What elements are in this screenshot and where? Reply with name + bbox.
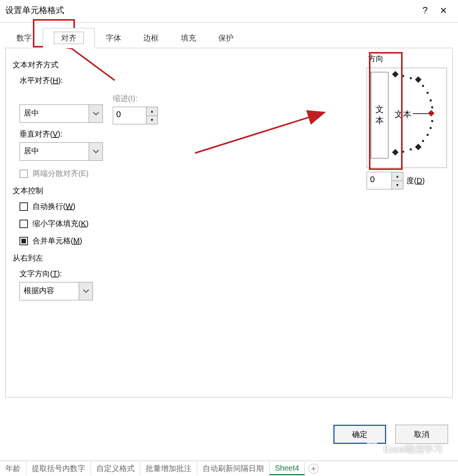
shrink-to-fit-checkbox[interactable] — [19, 220, 28, 228]
spinner-down-icon[interactable]: ▼ — [146, 116, 158, 124]
spinner-down-icon[interactable]: ▼ — [392, 181, 403, 189]
degrees-spinner[interactable]: 0 ▲ ▼ — [367, 172, 403, 189]
text-direction-combo[interactable]: 根据内容 — [19, 282, 93, 300]
vertical-text-char1: 文 — [375, 104, 384, 115]
tab-protection[interactable]: 保护 — [207, 28, 245, 48]
sheet-tab[interactable]: 提取括号内数字 — [26, 462, 91, 475]
orientation-group: 方向 文 本 文本 — [367, 51, 447, 189]
degrees-label: 度(D) — [406, 176, 425, 186]
text-direction-label: 文字方向(T): — [19, 269, 445, 279]
degrees-value: 0 — [367, 172, 391, 189]
vertical-value: 居中 — [20, 143, 89, 160]
tabs: 数字 对齐 字体 边框 填充 保护 — [5, 28, 458, 48]
indent-value: 0 — [113, 107, 146, 124]
tab-border[interactable]: 边框 — [132, 28, 170, 48]
titlebar: 设置单元格格式 ? × — [0, 0, 458, 23]
dialog-buttons: 确定 取消 — [333, 425, 448, 444]
spinner-up-icon[interactable]: ▲ — [146, 107, 158, 116]
vertical-combo[interactable]: 居中 — [19, 142, 103, 161]
horizontal-value: 居中 — [20, 105, 89, 122]
sheet-tab[interactable]: 自动刷新间隔日期 — [197, 462, 270, 475]
indent-label: 缩进(I): — [113, 93, 158, 104]
close-button[interactable]: × — [434, 4, 453, 17]
content-panel: 文本对齐方式 水平对齐(H): 居中 缩进(I): 0 ▲ ▼ — [5, 48, 453, 398]
ok-button[interactable]: 确定 — [333, 425, 386, 444]
orientation-title: 方向 — [368, 54, 447, 64]
add-sheet-button[interactable]: ＋ — [309, 464, 318, 474]
indent-spinner[interactable]: 0 ▲ ▼ — [113, 107, 158, 124]
chevron-down-icon[interactable] — [89, 143, 102, 160]
horizontal-combo[interactable]: 居中 — [19, 104, 103, 123]
justify-distributed-checkbox — [19, 170, 28, 178]
justify-distributed-label: 两端分散对齐(E) — [32, 168, 89, 179]
help-button[interactable]: ? — [416, 5, 434, 16]
spinner-up-icon[interactable]: ▲ — [392, 172, 403, 181]
wrap-text-label: 自动换行(W) — [32, 201, 75, 212]
sheet-tab[interactable]: 自定义格式 — [91, 462, 140, 475]
sheet-tab[interactable]: 年龄 — [0, 462, 26, 475]
wrap-text-checkbox[interactable] — [19, 202, 28, 211]
sheet-tab-active[interactable]: Sheet4 — [270, 462, 305, 475]
section-rtl: 从右到左 — [13, 253, 445, 263]
tab-number[interactable]: 数字 — [5, 28, 43, 48]
chevron-down-icon[interactable] — [89, 105, 102, 122]
watermark: Excel教程学习 — [364, 442, 443, 457]
merge-cells-checkbox[interactable] — [19, 237, 28, 245]
tab-fill[interactable]: 填充 — [170, 28, 207, 48]
dialog-title: 设置单元格格式 — [5, 5, 416, 16]
sheet-tabs: 年龄 提取括号内数字 自定义格式 批量增加批注 自动刷新间隔日期 Sheet4 … — [0, 461, 458, 476]
chevron-down-icon[interactable] — [79, 282, 93, 300]
watermark-icon — [364, 442, 380, 457]
orientation-box: 文 本 文本 — [367, 68, 447, 168]
merge-cells-label: 合并单元格(M) — [32, 236, 82, 246]
cancel-button[interactable]: 取消 — [395, 425, 448, 444]
vertical-text-char2: 本 — [375, 115, 384, 126]
tab-font[interactable]: 字体 — [95, 28, 132, 48]
text-control-group: 自动换行(W) 缩小字体填充(K) 合并单元格(M) — [19, 201, 445, 246]
tab-alignment[interactable]: 对齐 — [43, 28, 95, 48]
vertical-text-button[interactable]: 文 本 — [371, 72, 388, 158]
dial-text-label: 文本 — [395, 109, 411, 120]
orientation-dial[interactable]: 文本 — [392, 72, 443, 164]
text-direction-value: 根据内容 — [20, 282, 79, 300]
rtl-group: 文字方向(T): 根据内容 — [19, 269, 445, 300]
sheet-tab[interactable]: 批量增加批注 — [140, 462, 197, 475]
shrink-to-fit-label: 缩小字体填充(K) — [32, 218, 89, 229]
